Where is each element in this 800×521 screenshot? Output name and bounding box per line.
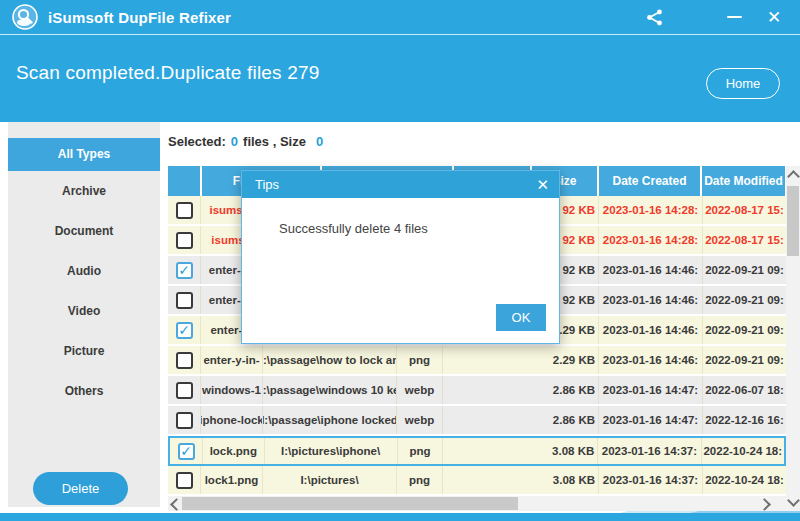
date-modified-cell: 2022-09-21 09: bbox=[702, 256, 786, 284]
sidebar-item-video[interactable]: Video bbox=[8, 291, 160, 331]
row-checkbox[interactable] bbox=[176, 352, 193, 369]
file-size-cell: 2.29 KB bbox=[442, 346, 598, 374]
horizontal-scrollbar[interactable] bbox=[168, 496, 786, 511]
file-path-cell: I:\passage\iphone locked bbox=[262, 406, 396, 434]
menu-icon[interactable] bbox=[684, 7, 704, 27]
date-created-cell: 2023-01-16 14:47: bbox=[598, 406, 702, 434]
file-type-cell: png bbox=[396, 466, 442, 494]
sidebar: All TypesArchiveDocumentAudioVideoPictur… bbox=[8, 122, 160, 507]
app-logo-icon bbox=[12, 4, 38, 30]
sidebar-item-audio[interactable]: Audio bbox=[8, 251, 160, 291]
share-icon[interactable] bbox=[644, 7, 664, 27]
dialog-title: Tips bbox=[255, 177, 279, 192]
selected-count: 0 bbox=[231, 134, 238, 149]
file-path-cell: I:\pictures\iphone\ bbox=[264, 438, 397, 464]
date-created-cell: 2023-01-16 14:37: bbox=[597, 438, 700, 464]
select-all-cell[interactable] bbox=[168, 166, 200, 196]
date-modified-cell: 2022-12-16 16: bbox=[702, 406, 786, 434]
scroll-left-icon[interactable] bbox=[170, 498, 183, 511]
date-modified-cell: 2022-09-21 09: bbox=[702, 316, 786, 344]
date-created-cell: 2023-01-16 14:46: bbox=[598, 256, 702, 284]
scroll-down-icon[interactable] bbox=[787, 494, 800, 507]
file-type-cell: webp bbox=[396, 406, 442, 434]
checkbox-cell bbox=[168, 286, 200, 314]
checkbox-cell bbox=[168, 406, 200, 434]
horizontal-scroll-thumb[interactable] bbox=[182, 497, 518, 510]
file-path-cell: I:\passage\windows 10 ke bbox=[262, 376, 396, 404]
dialog-close-icon[interactable]: ✕ bbox=[536, 171, 549, 198]
scroll-right-icon[interactable] bbox=[758, 498, 771, 511]
scroll-up-icon[interactable] bbox=[787, 170, 800, 183]
date-created-cell: 2023-01-16 14:46: bbox=[598, 286, 702, 314]
row-checkbox[interactable] bbox=[176, 412, 193, 429]
table-row[interactable]: iphone-lockI:\passage\iphone lockedwebp2… bbox=[168, 406, 786, 436]
date-modified-cell: 2022-10-24 18: bbox=[702, 466, 786, 494]
file-size-cell: 3.08 KB bbox=[442, 438, 597, 464]
dialog-titlebar: Tips ✕ bbox=[242, 171, 559, 198]
header-band: Scan completed.Duplicate files 279 Home bbox=[0, 35, 800, 122]
column-header-date-modified[interactable]: Date Modified bbox=[702, 166, 785, 196]
checkbox-cell bbox=[168, 226, 200, 254]
column-header-date-created[interactable]: Date Created bbox=[599, 166, 700, 196]
table-row[interactable]: windows-1I:\passage\windows 10 kewebp2.8… bbox=[168, 376, 786, 406]
file-size-cell: 2.86 KB bbox=[442, 406, 598, 434]
sidebar-item-archive[interactable]: Archive bbox=[8, 171, 160, 211]
row-checkbox[interactable] bbox=[176, 292, 193, 309]
checkbox-cell bbox=[168, 196, 200, 224]
row-checkbox[interactable]: ✓ bbox=[176, 262, 193, 279]
summary-label: Selected: bbox=[168, 134, 226, 149]
checkbox-cell: ✓ bbox=[170, 438, 202, 464]
delete-button[interactable]: Delete bbox=[33, 472, 128, 505]
home-button[interactable]: Home bbox=[706, 68, 780, 99]
date-created-cell: 2023-01-16 14:28: bbox=[598, 196, 702, 224]
titlebar: iSumsoft DupFile Refixer ✕ bbox=[0, 0, 800, 35]
row-checkbox[interactable]: ✓ bbox=[178, 443, 195, 460]
row-checkbox[interactable] bbox=[176, 202, 193, 219]
sidebar-item-picture[interactable]: Picture bbox=[8, 331, 160, 371]
dialog-message: Successfully delete 4 files bbox=[279, 221, 428, 236]
file-type-cell: webp bbox=[396, 376, 442, 404]
minimize-button[interactable] bbox=[724, 7, 744, 27]
checkbox-cell: ✓ bbox=[168, 316, 200, 344]
tips-dialog: Tips ✕ Successfully delete 4 files OK bbox=[241, 170, 560, 344]
row-checkbox[interactable] bbox=[176, 382, 193, 399]
sidebar-item-all-types[interactable]: All Types bbox=[8, 138, 160, 171]
date-modified-cell: 2022-08-17 15: bbox=[702, 226, 786, 254]
row-checkbox[interactable]: ✓ bbox=[176, 322, 193, 339]
file-name-cell: lock1.png bbox=[200, 466, 262, 494]
file-size-cell: 3.08 KB bbox=[442, 466, 598, 494]
sidebar-item-document[interactable]: Document bbox=[8, 211, 160, 251]
file-name-cell: enter-y-in- bbox=[200, 346, 262, 374]
close-button[interactable]: ✕ bbox=[764, 7, 784, 27]
file-name-cell: windows-1 bbox=[200, 376, 262, 404]
date-created-cell: 2023-01-16 14:46: bbox=[598, 346, 702, 374]
date-modified-cell: 2022-09-21 09: bbox=[702, 346, 786, 374]
file-type-cell: png bbox=[396, 346, 442, 374]
table-row[interactable]: lock1.pngI:\pictures\png3.08 KB2023-01-1… bbox=[168, 466, 786, 496]
file-type-cell: png bbox=[397, 438, 443, 464]
summary-middle: files , Size bbox=[243, 134, 306, 149]
date-created-cell: 2023-01-16 14:28: bbox=[598, 226, 702, 254]
file-path-cell: I:\passage\how to lock an bbox=[262, 346, 396, 374]
table-row[interactable]: ✓lock.pngI:\pictures\iphone\png3.08 KB20… bbox=[168, 436, 786, 466]
sidebar-item-others[interactable]: Others bbox=[8, 371, 160, 411]
row-checkbox[interactable] bbox=[176, 472, 193, 489]
selected-size: 0 bbox=[316, 134, 323, 149]
checkbox-cell: ✓ bbox=[168, 256, 200, 284]
row-checkbox[interactable] bbox=[176, 232, 193, 249]
checkbox-cell bbox=[168, 466, 200, 494]
file-name-cell: lock.png bbox=[202, 438, 264, 464]
vertical-scrollbar[interactable] bbox=[786, 166, 800, 511]
date-created-cell: 2023-01-16 14:46: bbox=[598, 316, 702, 344]
vertical-scroll-thumb[interactable] bbox=[787, 186, 799, 256]
file-path-cell: I:\pictures\ bbox=[262, 466, 396, 494]
date-created-cell: 2023-01-16 14:37: bbox=[598, 466, 702, 494]
table-row[interactable]: enter-y-in-I:\passage\how to lock anpng2… bbox=[168, 346, 786, 376]
checkbox-cell bbox=[168, 346, 200, 374]
dialog-ok-button[interactable]: OK bbox=[496, 304, 546, 331]
date-modified-cell: 2022-08-17 15: bbox=[702, 196, 786, 224]
window-title: iSumsoft DupFile Refixer bbox=[48, 9, 231, 26]
file-size-cell: 2.86 KB bbox=[442, 376, 598, 404]
selection-summary: Selected:0files , Size0 bbox=[168, 134, 328, 149]
window-bottom-edge bbox=[0, 513, 800, 521]
